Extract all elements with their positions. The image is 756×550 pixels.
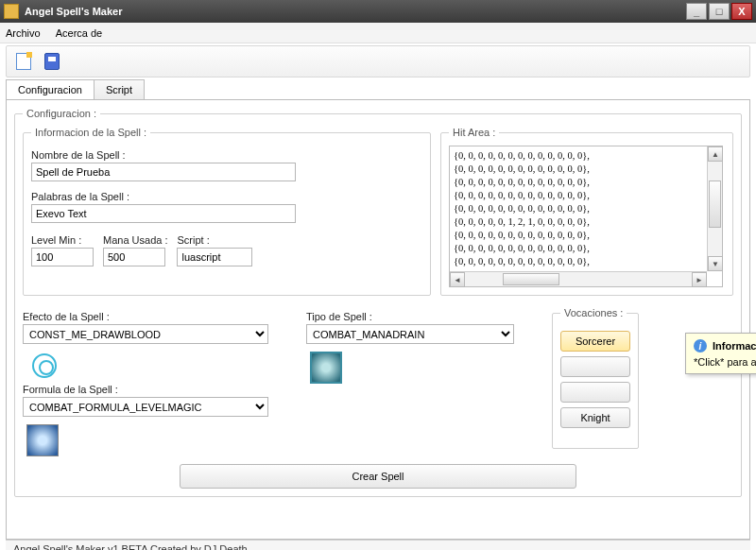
- input-words[interactable]: [31, 204, 296, 223]
- titlebar: Angel Spell's Maker _ □ X: [0, 0, 756, 23]
- effect-preview-icon: [32, 353, 57, 378]
- voc-knight-button[interactable]: Knight: [560, 407, 630, 428]
- horizontal-scrollbar[interactable]: ◄ ►: [450, 271, 707, 286]
- info-icon: i: [694, 339, 707, 352]
- voc-hidden-button-1[interactable]: [560, 356, 630, 377]
- select-type[interactable]: COMBAT_MANADRAIN: [306, 324, 514, 344]
- tabstrip: Configuracion Script: [6, 79, 750, 99]
- menu-file[interactable]: Archivo: [6, 27, 41, 39]
- input-mana[interactable]: [103, 248, 165, 266]
- legend-info: Informacion de la Spell :: [31, 127, 150, 138]
- tab-configuracion[interactable]: Configuracion: [6, 79, 94, 99]
- label-name: Nombre de la Spell :: [31, 149, 422, 161]
- input-script[interactable]: [177, 248, 252, 266]
- save-icon[interactable]: [44, 53, 60, 70]
- group-hitarea: Hit Area : {0, 0, 0, 0, 0, 0, 0, 0, 0, 0…: [440, 127, 733, 296]
- scroll-up-icon[interactable]: ▲: [708, 146, 723, 162]
- status-bar: Angel Spell's Maker v1 BETA Created by D…: [6, 540, 750, 550]
- input-levelmin[interactable]: [31, 248, 94, 266]
- label-type: Tipo de Spell :: [306, 311, 533, 322]
- scroll-right-icon[interactable]: ►: [692, 272, 707, 287]
- toolbar: [6, 45, 750, 77]
- voc-sorcerer-button[interactable]: Sorcerer: [560, 331, 630, 352]
- hitarea-content[interactable]: {0, 0, 0, 0, 0, 0, 0, 0, 0, 0, 0, 0, 0},…: [450, 146, 722, 286]
- label-mana: Mana Usada :: [103, 234, 167, 246]
- close-button[interactable]: X: [731, 3, 752, 20]
- group-info: Informacion de la Spell : Nombre de la S…: [23, 127, 431, 296]
- legend-hitarea: Hit Area :: [449, 127, 499, 138]
- voc-hidden-button-2[interactable]: [560, 382, 630, 403]
- legend-configuracion: Configuracion :: [23, 108, 100, 119]
- group-vocaciones: Vocaciones : Sorcerer Knight: [552, 307, 639, 449]
- menu-about[interactable]: Acerca de: [56, 27, 103, 39]
- select-effect[interactable]: CONST_ME_DRAWBLOOD: [23, 324, 268, 344]
- create-spell-button[interactable]: Crear Spell: [180, 464, 576, 489]
- label-words: Palabras de la Spell :: [31, 191, 422, 202]
- input-name[interactable]: [31, 163, 296, 181]
- select-formula[interactable]: COMBAT_FORMULA_LEVELMAGIC: [23, 397, 268, 417]
- minimize-button[interactable]: _: [686, 3, 707, 20]
- scroll-down-icon[interactable]: ▼: [708, 256, 723, 271]
- label-levelmin: Level Min :: [31, 234, 94, 246]
- label-script: Script :: [177, 234, 252, 246]
- new-icon[interactable]: [16, 53, 31, 70]
- hitarea-box: {0, 0, 0, 0, 0, 0, 0, 0, 0, 0, 0, 0, 0},…: [449, 146, 723, 287]
- formula-preview-icon: [26, 424, 59, 456]
- tooltip-body: *Click* para añadir la vocacion de Sorce…: [694, 356, 756, 368]
- tooltip: i Información *Click* para añadir la voc…: [685, 333, 756, 374]
- tab-panel: Configuracion : Informacion de la Spell …: [6, 99, 750, 540]
- app-icon: [4, 4, 19, 19]
- tooltip-title: Información: [713, 340, 756, 352]
- label-effect: Efecto de la Spell :: [23, 311, 287, 322]
- vertical-scrollbar[interactable]: ▲ ▼: [707, 146, 722, 271]
- tab-script[interactable]: Script: [94, 79, 145, 99]
- legend-voc: Vocaciones :: [560, 307, 627, 318]
- maximize-button[interactable]: □: [709, 3, 730, 20]
- window-title: Angel Spell's Maker: [25, 6, 684, 17]
- menubar: Archivo Acerca de: [0, 23, 756, 43]
- group-configuracion: Configuracion : Informacion de la Spell …: [14, 108, 742, 497]
- label-formula: Formula de la Spell :: [23, 384, 287, 395]
- type-preview-icon: [310, 352, 342, 384]
- scroll-left-icon[interactable]: ◄: [450, 272, 465, 287]
